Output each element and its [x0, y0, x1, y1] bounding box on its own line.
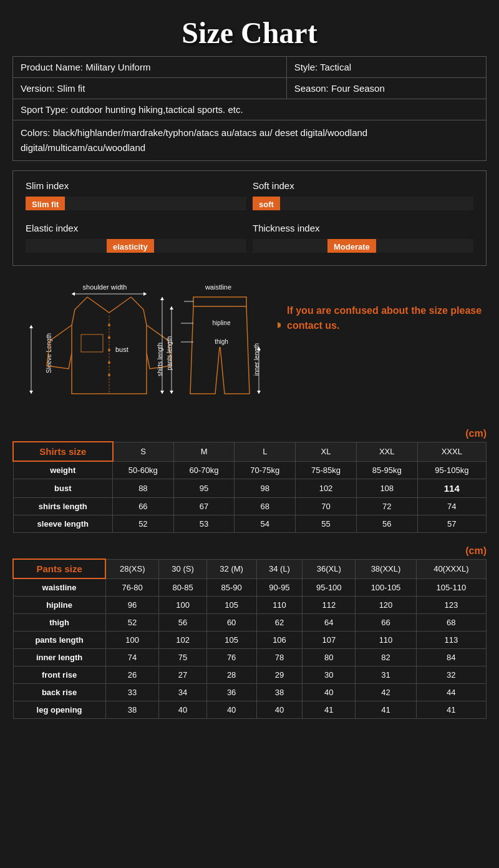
- soft-index-label: Soft index: [253, 180, 473, 191]
- elastic-index-item: Elastic index elasticity: [26, 223, 246, 253]
- pants-cell-4-5: 82: [356, 649, 416, 666]
- pants-size-table: Pants size 28(XS) 30 (S) 32 (M) 34 (L) 3…: [12, 558, 487, 719]
- pants-cell-6-4: 40: [303, 684, 356, 701]
- slim-bar: Slim fit: [26, 197, 246, 210]
- pants-cell-2-4: 64: [303, 614, 356, 631]
- pants-cell-1-3: 110: [256, 597, 303, 614]
- pants-cell-2-3: 62: [256, 614, 303, 631]
- svg-marker-26: [278, 322, 281, 328]
- pants-cell-7-6: 41: [416, 701, 486, 719]
- pants-cell-7-3: 40: [256, 701, 303, 719]
- shirts-cell-3-5: 57: [417, 515, 486, 533]
- shirts-cell-2-1: 67: [173, 498, 235, 515]
- slim-index-label: Slim index: [26, 180, 246, 191]
- season-cell: Season: Four Season: [286, 78, 486, 99]
- diagram-svg: shoulder width waistline Sleeve Length: [12, 278, 281, 416]
- confused-message: If you are confused about the size pleas…: [287, 305, 482, 331]
- colors-cell: Colors: black/highlander/mardrake/typhon…: [13, 120, 487, 161]
- pants-cell-7-2: 40: [206, 701, 256, 719]
- shoulder-width-label: shoulder width: [83, 283, 127, 291]
- slim-fit-badge: Slim fit: [26, 197, 65, 210]
- pants-cell-0-2: 85-90: [206, 578, 256, 597]
- pants-row-label-2: thigh: [13, 614, 105, 631]
- pants-col-xxxl: 40(XXXL): [416, 559, 486, 578]
- diagram-area: shoulder width waistline Sleeve Length: [12, 278, 281, 416]
- shirts-cell-2-5: 74: [417, 498, 486, 515]
- shirts-row-label-3: sleeve length: [13, 515, 113, 533]
- shirts-cell-2-3: 70: [296, 498, 357, 515]
- page-container: Size Chart Product Name: Military Unifor…: [0, 0, 499, 744]
- pants-col-m: 32 (M): [206, 559, 256, 578]
- svg-marker-14: [160, 297, 164, 300]
- shirts-cell-2-4: 72: [356, 498, 417, 515]
- pants-cell-1-0: 96: [105, 597, 159, 614]
- svg-point-2: [108, 324, 110, 326]
- shirts-col-xxxl: XXXL: [417, 442, 486, 461]
- bust-label: bust: [115, 346, 128, 353]
- pants-row-label-7: leg opening: [13, 701, 105, 719]
- shirts-cell-0-0: 50-60kg: [113, 461, 174, 479]
- pants-col-xxl: 38(XXL): [356, 559, 416, 578]
- shirts-cell-0-3: 75-85kg: [296, 461, 357, 479]
- elasticity-badge: elasticity: [107, 239, 154, 253]
- shirts-cell-3-3: 55: [296, 515, 357, 533]
- pants-col-xs: 28(XS): [105, 559, 159, 578]
- pants-cell-3-2: 105: [206, 631, 256, 649]
- shirts-cell-3-1: 53: [173, 515, 235, 533]
- pants-cell-3-1: 102: [159, 631, 206, 649]
- pants-cell-7-4: 41: [303, 701, 356, 719]
- pants-row-label-6: back rise: [13, 684, 105, 701]
- pants-cell-6-1: 34: [159, 684, 206, 701]
- pants-cell-4-1: 75: [159, 649, 206, 666]
- pants-cell-6-2: 36: [206, 684, 256, 701]
- shirts-unit-label: (cm): [12, 428, 487, 439]
- pants-cell-7-0: 38: [105, 701, 159, 719]
- pants-cell-3-4: 107: [303, 631, 356, 649]
- pants-row-label-4: inner length: [13, 649, 105, 666]
- shirts-cell-1-5: 114: [417, 479, 486, 498]
- shirts-col-m: M: [173, 442, 235, 461]
- svg-marker-12: [29, 391, 33, 394]
- soft-badge: soft: [253, 197, 280, 210]
- pants-cell-3-3: 106: [256, 631, 303, 649]
- svg-rect-16: [193, 297, 246, 306]
- thickness-bar: Moderate: [253, 239, 473, 253]
- pants-cell-5-1: 27: [159, 666, 206, 684]
- svg-marker-21: [170, 306, 173, 310]
- pants-cell-1-4: 112: [303, 597, 356, 614]
- pants-cell-5-2: 28: [206, 666, 256, 684]
- shirts-col-s: S: [113, 442, 174, 461]
- pants-cell-5-6: 32: [416, 666, 486, 684]
- svg-marker-9: [143, 292, 147, 296]
- pants-cell-3-0: 100: [105, 631, 159, 649]
- svg-point-5: [108, 361, 110, 364]
- shirts-size-table: Shirts size S M L XL XXL XXXL weight50-6…: [12, 441, 487, 533]
- attributes-section: Slim index Slim fit Soft index soft Elas…: [12, 170, 487, 266]
- soft-index-item: Soft index soft: [253, 180, 473, 210]
- confused-text-block: If you are confused about the size pleas…: [287, 278, 487, 333]
- pants-cell-4-3: 78: [256, 649, 303, 666]
- shirts-col-l: L: [235, 442, 296, 461]
- pants-cell-6-3: 38: [256, 684, 303, 701]
- thickness-index-item: Thickness index Moderate: [253, 223, 473, 253]
- pants-cell-6-5: 42: [356, 684, 416, 701]
- pants-col-xl: 36(XL): [303, 559, 356, 578]
- pants-cell-2-2: 60: [206, 614, 256, 631]
- shirts-col-xxl: XXL: [356, 442, 417, 461]
- pants-cell-2-6: 68: [416, 614, 486, 631]
- shirts-cell-2-0: 66: [113, 498, 174, 515]
- pants-diagram: hipline thigh pants length inner length: [166, 297, 261, 394]
- pants-col-s: 30 (S): [159, 559, 206, 578]
- shirts-cell-0-4: 85-95kg: [356, 461, 417, 479]
- thigh-label: thigh: [215, 338, 228, 345]
- svg-marker-15: [160, 391, 164, 394]
- svg-marker-11: [29, 325, 33, 328]
- pants-cell-0-0: 76-80: [105, 578, 159, 597]
- shirts-cell-0-1: 60-70kg: [173, 461, 235, 479]
- pants-cell-4-4: 80: [303, 649, 356, 666]
- svg-rect-0: [81, 334, 103, 352]
- pants-cell-4-6: 84: [416, 649, 486, 666]
- pants-row-label-1: hipline: [13, 597, 105, 614]
- product-info-table: Product Name: Military Uniform Style: Ta…: [12, 56, 487, 161]
- svg-marker-22: [170, 391, 173, 394]
